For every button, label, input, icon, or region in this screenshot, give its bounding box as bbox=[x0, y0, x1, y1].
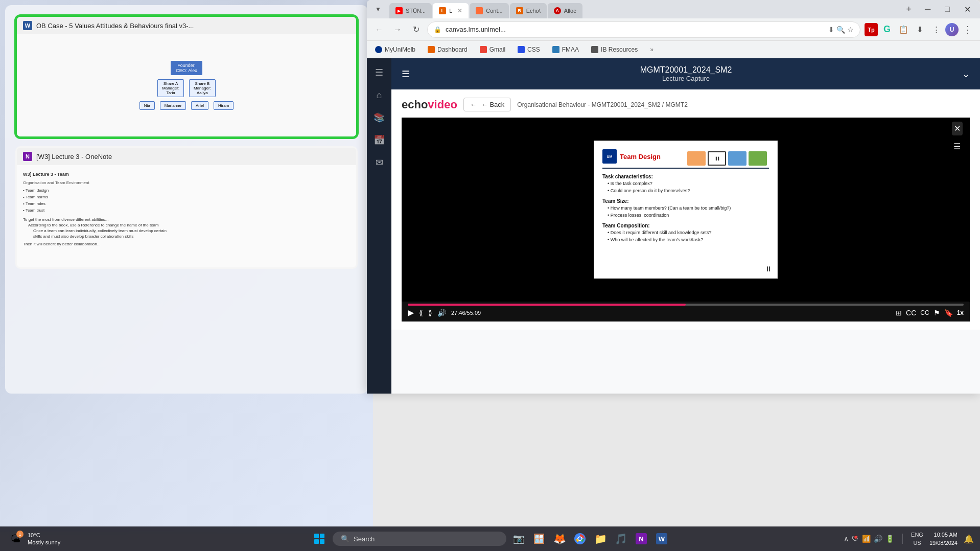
back-arrow-icon: ← bbox=[470, 101, 477, 108]
taskbar-right: ∧ 🛡 📶 🔊 🔋 ENG US 10:05 AM 19/08/2024 🔔 bbox=[844, 531, 974, 547]
bookmark-star-icon[interactable]: ☆ bbox=[847, 26, 854, 34]
weather-widget[interactable]: 🌤 1 10°C Mostly sunny bbox=[6, 530, 60, 548]
subtitles-button[interactable]: CC bbox=[920, 309, 929, 316]
switcher-card-label-onenote: [W3] Lecture 3 - OneNote bbox=[36, 153, 112, 160]
clock-display[interactable]: 10:05 AM 19/08/2024 bbox=[929, 531, 958, 547]
bookmark-label-dashboard: Dashboard bbox=[437, 46, 468, 53]
new-tab-button[interactable]: + bbox=[902, 2, 916, 17]
tp-extension-btn[interactable]: Tp bbox=[865, 23, 878, 36]
taskbar-chrome-icon[interactable] bbox=[572, 531, 588, 547]
bookmark-label-gmail: Gmail bbox=[489, 46, 505, 53]
extensions-button[interactable]: ⋮ bbox=[929, 22, 943, 37]
weather-badge-count: 1 bbox=[16, 531, 24, 538]
switcher-card-word[interactable]: W OB Case - 5 Values Attitudes & Behavio… bbox=[15, 15, 358, 138]
bookmark-myunimelb[interactable]: MyUniMelb bbox=[372, 44, 418, 55]
start-button[interactable] bbox=[310, 530, 329, 548]
progress-bar-container[interactable] bbox=[408, 304, 964, 306]
onenote-content-line1: W3] Lecture 3 - Team bbox=[23, 171, 350, 178]
progress-bar-fill bbox=[408, 304, 686, 306]
tray-show-hidden-icon[interactable]: ∧ bbox=[844, 535, 849, 543]
bookmark-label-myunimelb: MyUniMelb bbox=[385, 46, 415, 53]
snipping-tool-button[interactable]: 📷 bbox=[510, 531, 527, 547]
youtube-favicon: ▶ bbox=[395, 7, 403, 14]
back-button[interactable]: ← bbox=[372, 22, 386, 37]
reload-button[interactable]: ↻ bbox=[409, 22, 423, 37]
bookmark-ib-resources[interactable]: IB Resources bbox=[588, 44, 641, 55]
taskbar-firefox-icon[interactable]: 🦊 bbox=[551, 531, 568, 547]
task-view-button[interactable]: 🪟 bbox=[531, 531, 547, 547]
sidebar-collapse-btn[interactable]: ✕ bbox=[952, 122, 963, 135]
canvas-hamburger-icon[interactable]: ☰ bbox=[370, 63, 388, 82]
language-display[interactable]: ENG US bbox=[911, 531, 923, 547]
volume-tray-icon[interactable]: 🔊 bbox=[874, 535, 882, 543]
bookmark-css[interactable]: CSS bbox=[515, 44, 543, 55]
taskbar-onenote-icon[interactable]: N bbox=[633, 531, 649, 547]
flag-button[interactable]: ⚑ bbox=[934, 309, 940, 317]
canvas-courses-icon[interactable]: 📚 bbox=[370, 108, 388, 127]
tab-label-echo: Echo\ bbox=[526, 8, 541, 14]
browser-menu-button[interactable]: ⋮ bbox=[961, 22, 975, 37]
alloc-favicon: A bbox=[554, 7, 561, 14]
switcher-card-onenote[interactable]: N [W3] Lecture 3 - OneNote W3] Lecture 3… bbox=[15, 146, 358, 269]
screen-layout-button[interactable]: ⊞ bbox=[896, 309, 902, 317]
slide-title: UM Team Design ▐▐ bbox=[602, 149, 769, 164]
taskbar-spotify-icon[interactable]: 🎵 bbox=[613, 531, 629, 547]
tab-youtube[interactable]: ▶ STÜN... bbox=[389, 3, 432, 18]
slide-box-blue bbox=[728, 151, 746, 166]
tab-blog[interactable]: Cont... bbox=[470, 3, 508, 18]
onenote-content-line5: • Team roles bbox=[23, 201, 350, 206]
play-button[interactable]: ▶ bbox=[408, 308, 414, 317]
language-code: ENG bbox=[911, 531, 923, 539]
bookmark-video-button[interactable]: 🔖 bbox=[944, 309, 953, 317]
bookmark-fmaa[interactable]: FMAA bbox=[549, 44, 582, 55]
bookmarks-more-button[interactable]: » bbox=[647, 44, 657, 55]
playback-speed-button[interactable]: 1x bbox=[957, 309, 964, 316]
close-window-button[interactable]: ✕ bbox=[959, 4, 976, 15]
tab-strip: ▶ STÜN... L L ✕ Cont... B Echo\ A bbox=[389, 0, 898, 18]
antivirus-tray-icon[interactable]: 🛡 bbox=[852, 534, 859, 543]
taskbar-file-explorer-icon[interactable]: 📁 bbox=[592, 531, 609, 547]
download-page-icon[interactable]: ⬇ bbox=[828, 26, 834, 34]
slide-box-orange bbox=[687, 151, 706, 166]
maximize-button[interactable]: □ bbox=[940, 4, 955, 15]
address-bar[interactable]: 🔒 canvas.lms.unimel... ⬇ 🔍 ☆ bbox=[427, 21, 860, 38]
wifi-icon[interactable]: 📶 bbox=[862, 535, 871, 543]
download-extension-btn[interactable]: ⬇ bbox=[913, 22, 927, 37]
browser-content: ☰ ⌂ 📚 📅 ✉ ☰ MGMT20001_2024_SM2 Lecture C… bbox=[367, 58, 980, 394]
notification-center-button[interactable]: 🔔 bbox=[964, 534, 974, 544]
echovideo-back-button[interactable]: ← ← Back bbox=[463, 98, 511, 111]
tab-list-button[interactable]: ▼ bbox=[371, 2, 385, 16]
canvas-menu-button[interactable]: ☰ bbox=[402, 68, 410, 80]
tab-close-canvas[interactable]: ✕ bbox=[457, 7, 462, 14]
bookmark-label-ib: IB Resources bbox=[601, 46, 638, 53]
slide-box-selected: ▐▐ bbox=[708, 151, 726, 166]
canvas-home-icon[interactable]: ⌂ bbox=[370, 86, 388, 104]
org-node-2: Share BManager:Aaliya bbox=[189, 79, 216, 97]
taskbar-word-icon[interactable]: W bbox=[654, 531, 670, 547]
canvas-calendar-icon[interactable]: 📅 bbox=[370, 131, 388, 149]
canvas-section-title: Lecture Capture bbox=[410, 75, 962, 82]
org-node-3: Nia bbox=[139, 101, 155, 110]
tab-canvas-active[interactable]: L L ✕ bbox=[433, 3, 469, 18]
volume-button[interactable]: 🔊 bbox=[437, 309, 446, 317]
zoom-icon[interactable]: 🔍 bbox=[836, 26, 845, 34]
org-node-6: Hiram bbox=[214, 101, 234, 110]
canvas-inbox-icon[interactable]: ✉ bbox=[370, 153, 388, 172]
fast-forward-button[interactable]: ⟫ bbox=[428, 309, 432, 317]
bookmark-dashboard[interactable]: Dashboard bbox=[425, 44, 471, 55]
onenote-content-line4: • Team norms bbox=[23, 194, 350, 200]
profile-avatar[interactable]: U bbox=[945, 23, 959, 36]
bookmark-gmail[interactable]: Gmail bbox=[477, 44, 508, 55]
taskbar-search-bar[interactable]: 🔍 Search bbox=[333, 532, 506, 546]
forward-button[interactable]: → bbox=[390, 22, 405, 37]
sidebar-toc-icon[interactable]: ☰ bbox=[951, 140, 963, 153]
battery-icon[interactable]: 🔋 bbox=[885, 535, 894, 543]
captions-button[interactable]: CC bbox=[906, 309, 916, 317]
grammarly-extension-btn[interactable]: G bbox=[880, 22, 894, 37]
tab-echo[interactable]: B Echo\ bbox=[510, 3, 547, 18]
rewind-button[interactable]: ⟪ bbox=[419, 309, 423, 317]
tab-alloc[interactable]: A Alloc bbox=[548, 3, 582, 18]
pocket-extension-btn[interactable]: 📋 bbox=[896, 22, 911, 37]
canvas-expand-button[interactable]: ⌄ bbox=[962, 68, 970, 80]
minimize-button[interactable]: ─ bbox=[920, 4, 936, 15]
